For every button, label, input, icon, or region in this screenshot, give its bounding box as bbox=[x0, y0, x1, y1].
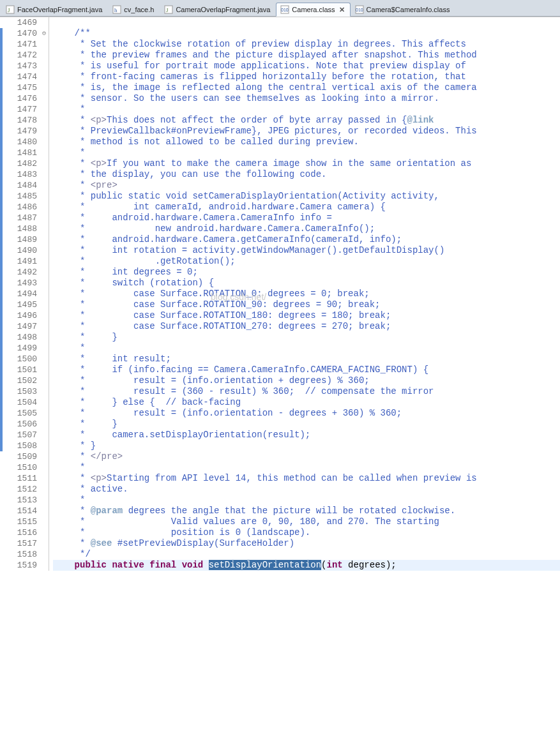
code-line[interactable]: * </pre> bbox=[53, 451, 560, 462]
tab-CameraOverlapFragment-java[interactable]: JCameraOverlapFragment.java bbox=[160, 3, 276, 16]
class-file-icon: 010 bbox=[280, 5, 289, 14]
code-line[interactable]: * result = (info.orientation - degrees +… bbox=[53, 408, 560, 419]
code-line[interactable]: * <p>This does not affect the order of b… bbox=[53, 115, 560, 126]
code-line[interactable]: * case Surface.ROTATION_90: degrees = 90… bbox=[53, 299, 560, 310]
code-line[interactable]: * Set the clockwise rotation of preview … bbox=[53, 39, 560, 50]
code-line[interactable]: * } bbox=[53, 419, 560, 430]
tab-Camera-CameraInfo-class[interactable]: 010Camera$CameraInfo.class bbox=[351, 3, 456, 16]
code-line[interactable]: * bbox=[53, 147, 560, 158]
code-line[interactable]: * } else { // back-facing bbox=[53, 397, 560, 408]
code-line[interactable]: * is useful for portrait mode applicatio… bbox=[53, 61, 560, 71]
code-line[interactable]: * .getRotation(); bbox=[53, 256, 560, 267]
fold-toggle bbox=[40, 234, 49, 245]
code-token: * } bbox=[53, 332, 117, 342]
code-token: * is useful for portrait mode applicatio… bbox=[53, 61, 466, 71]
code-line[interactable]: * PreviewCallback#onPreviewFrame}, JPEG … bbox=[53, 126, 560, 137]
annotation-slot bbox=[3, 202, 11, 213]
line-number: 1517 bbox=[11, 538, 40, 549]
code-line[interactable]: * bbox=[53, 462, 560, 473]
java-file-icon: J bbox=[164, 5, 173, 14]
code-line[interactable]: * the display, you can use the following… bbox=[53, 169, 560, 180]
line-number: 1478 bbox=[11, 115, 40, 126]
line-number: 1497 bbox=[11, 321, 40, 332]
close-icon[interactable]: ✕ bbox=[339, 6, 345, 14]
tab-label: FaceOverlapFragment.java bbox=[17, 6, 102, 13]
gutter-row: 1492 bbox=[0, 267, 49, 278]
code-line[interactable]: * is, the image is reflected along the c… bbox=[53, 82, 560, 93]
code-line[interactable]: * method is not allowed to be called dur… bbox=[53, 137, 560, 147]
code-line[interactable]: * result = (360 - result) % 360; // comp… bbox=[53, 386, 560, 397]
code-line[interactable]: * @see #setPreviewDisplay(SurfaceHolder) bbox=[53, 538, 560, 549]
code-line[interactable]: * position is 0 (landscape). bbox=[53, 527, 560, 538]
code-token: @param bbox=[91, 506, 123, 516]
annotation-slot bbox=[3, 506, 11, 516]
code-line[interactable]: * } bbox=[53, 440, 560, 451]
annotation-slot bbox=[3, 473, 11, 484]
code-line[interactable]: * android.hardware.Camera.CameraInfo inf… bbox=[53, 213, 560, 223]
code-line[interactable]: * int degrees = 0; bbox=[53, 267, 560, 278]
tab-Camera-class[interactable]: 010Camera.class✕ bbox=[276, 3, 350, 17]
code-line[interactable]: * result = (info.orientation + degrees) … bbox=[53, 375, 560, 386]
fold-toggle[interactable]: ⊖ bbox=[40, 28, 49, 39]
code-line[interactable]: public native final void setDisplayOrien… bbox=[53, 560, 560, 571]
code-line[interactable] bbox=[53, 17, 560, 28]
annotation-slot bbox=[3, 256, 11, 267]
gutter-row: 1482 bbox=[0, 158, 49, 169]
code-line[interactable]: * camera.setDisplayOrientation(result); bbox=[53, 430, 560, 440]
gutter-row: 1514 bbox=[0, 506, 49, 516]
code-line[interactable]: * bbox=[53, 495, 560, 506]
code-token: * is, the image is reflected along the c… bbox=[53, 82, 477, 93]
code-line[interactable]: * int rotation = activity.getWindowManag… bbox=[53, 245, 560, 256]
gutter-row: 1513 bbox=[0, 495, 49, 506]
code-line[interactable]: * switch (rotation) { bbox=[53, 278, 560, 289]
code-line[interactable]: * the preview frames and the picture dis… bbox=[53, 50, 560, 61]
annotation-slot bbox=[3, 462, 11, 473]
code-line[interactable]: * sensor. So the users can see themselve… bbox=[53, 93, 560, 104]
svg-text:J: J bbox=[166, 7, 169, 13]
code-line[interactable]: * <pre> bbox=[53, 180, 560, 191]
code-line[interactable]: * if (info.facing == Camera.CameraInfo.C… bbox=[53, 365, 560, 375]
code-line[interactable]: * case Surface.ROTATION_0: degrees = 0; … bbox=[53, 289, 560, 299]
code-token: * bbox=[53, 158, 91, 169]
code-line[interactable]: * android.hardware.Camera.getCameraInfo(… bbox=[53, 234, 560, 245]
code-content[interactable]: /** * Set the clockwise rotation of prev… bbox=[49, 17, 560, 571]
code-line[interactable]: * int result; bbox=[53, 354, 560, 365]
annotation-slot bbox=[3, 28, 11, 39]
annotation-slot bbox=[3, 516, 11, 527]
code-token: /** bbox=[53, 28, 91, 38]
code-line[interactable]: * } bbox=[53, 332, 560, 343]
fold-toggle bbox=[40, 278, 49, 289]
tab-FaceOverlapFragment-java[interactable]: JFaceOverlapFragment.java bbox=[1, 3, 108, 16]
gutter-row: 1512 bbox=[0, 484, 49, 495]
line-number: 1494 bbox=[11, 289, 40, 299]
code-line[interactable]: * @param degrees the angle that the pict… bbox=[53, 506, 560, 516]
code-token: * int cameraId, android.hardware.Camera … bbox=[53, 202, 386, 212]
gutter-row: 1478 bbox=[0, 115, 49, 126]
line-number: 1495 bbox=[11, 299, 40, 310]
code-line[interactable]: * bbox=[53, 343, 560, 354]
code-line[interactable]: * int cameraId, android.hardware.Camera … bbox=[53, 202, 560, 213]
code-line[interactable]: * bbox=[53, 104, 560, 115]
code-line[interactable]: * front-facing cameras is flipped horizo… bbox=[53, 71, 560, 82]
code-line[interactable]: * active. bbox=[53, 484, 560, 495]
annotation-slot bbox=[3, 527, 11, 538]
code-token: * } bbox=[53, 419, 117, 429]
line-number: 1480 bbox=[11, 137, 40, 147]
code-line[interactable]: * new android.hardware.Camera.CameraInfo… bbox=[53, 223, 560, 234]
line-number: 1474 bbox=[11, 71, 40, 82]
code-line[interactable]: * case Surface.ROTATION_180: degrees = 1… bbox=[53, 310, 560, 321]
annotation-slot bbox=[3, 126, 11, 137]
code-line[interactable]: * public static void setCameraDisplayOri… bbox=[53, 191, 560, 202]
code-line[interactable]: * Valid values are 0, 90, 180, and 270. … bbox=[53, 516, 560, 527]
code-line[interactable]: * <p>If you want to make the camera imag… bbox=[53, 158, 560, 169]
code-line[interactable]: /** bbox=[53, 28, 560, 39]
line-number: 1513 bbox=[11, 495, 40, 506]
code-line[interactable]: * case Surface.ROTATION_270: degrees = 2… bbox=[53, 321, 560, 332]
code-token: * camera.setDisplayOrientation(result); bbox=[53, 430, 310, 440]
gutter-row: 1502 bbox=[0, 375, 49, 386]
tab-cv-face-h[interactable]: hcv_face.h bbox=[108, 3, 160, 16]
code-line[interactable]: */ bbox=[53, 549, 560, 560]
code-line[interactable]: * <p>Starting from API level 14, this me… bbox=[53, 473, 560, 484]
annotation-slot bbox=[3, 213, 11, 223]
code-token: * android.hardware.Camera.CameraInfo inf… bbox=[53, 213, 332, 223]
